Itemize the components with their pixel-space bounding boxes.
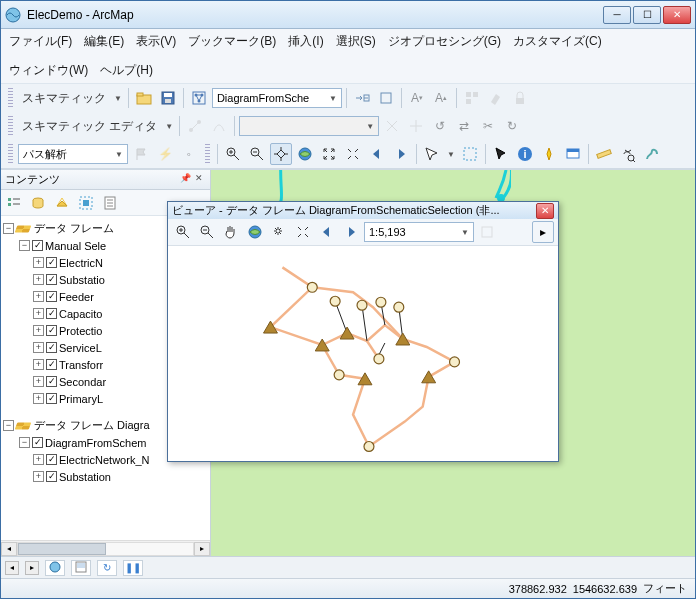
toc-scrollbar[interactable]: ◂ ▸ <box>1 540 210 556</box>
schematic-label[interactable]: スキマティック <box>18 90 110 107</box>
full-extent-button[interactable] <box>294 143 316 165</box>
checkbox[interactable] <box>46 342 57 353</box>
viewer-full-extent-button[interactable] <box>244 221 266 243</box>
viewer-zoom-out-fixed-button[interactable] <box>292 221 314 243</box>
find-button[interactable] <box>617 143 639 165</box>
expand-icon[interactable] <box>33 454 44 465</box>
scroll-thumb[interactable] <box>18 543 106 555</box>
checkbox[interactable] <box>32 437 43 448</box>
collapse-icon[interactable] <box>3 223 14 234</box>
menu-insert[interactable]: 挿入(I) <box>288 33 323 50</box>
viewer-window[interactable]: ビューア - データ フレーム DiagramFromSchematicSele… <box>167 201 559 462</box>
viewer-scale-combo[interactable]: 1:5,193▼ <box>364 222 474 242</box>
menu-help[interactable]: ヘルプ(H) <box>100 62 153 79</box>
expand-icon[interactable] <box>33 471 44 482</box>
checkbox[interactable] <box>46 274 57 285</box>
menu-window[interactable]: ウィンドウ(W) <box>9 62 88 79</box>
open-schematic-button[interactable] <box>133 87 155 109</box>
checkbox[interactable] <box>46 308 57 319</box>
select-elements-button[interactable] <box>490 143 512 165</box>
html-popup-button[interactable] <box>562 143 584 165</box>
checkbox[interactable] <box>46 393 57 404</box>
scroll-right-button[interactable]: ▸ <box>194 542 210 556</box>
refresh-button[interactable]: ↻ <box>97 560 117 576</box>
expand-icon[interactable] <box>33 308 44 319</box>
viewer-menu-button[interactable]: ▸ <box>532 221 554 243</box>
find-route-button[interactable] <box>641 143 663 165</box>
expand-icon[interactable] <box>33 393 44 404</box>
close-button[interactable]: ✕ <box>663 6 691 24</box>
viewer-next-extent-button[interactable] <box>340 221 362 243</box>
chevron-down-icon[interactable]: ▼ <box>112 94 124 103</box>
collapse-icon[interactable] <box>19 240 30 251</box>
checkbox[interactable] <box>46 325 57 336</box>
data-view-tab[interactable] <box>45 560 65 576</box>
maximize-button[interactable]: ☐ <box>633 6 661 24</box>
chevron-down-icon[interactable]: ▼ <box>163 122 175 131</box>
expand-icon[interactable] <box>33 342 44 353</box>
collapse-icon[interactable] <box>19 437 30 448</box>
checkbox[interactable] <box>32 240 43 251</box>
propagate-button[interactable] <box>351 87 373 109</box>
diagram-icon[interactable] <box>188 87 210 109</box>
viewer-zoom-in-button[interactable] <box>172 221 194 243</box>
checkbox[interactable] <box>46 454 57 465</box>
menu-selection[interactable]: 選択(S) <box>336 33 376 50</box>
list-by-drawing-order-button[interactable] <box>3 192 25 214</box>
grip-icon[interactable] <box>8 88 13 108</box>
grip-icon[interactable] <box>8 116 13 136</box>
layer-item[interactable]: Substation <box>3 468 208 485</box>
checkbox[interactable] <box>46 471 57 482</box>
layout-button[interactable] <box>461 87 483 109</box>
checkbox[interactable] <box>46 291 57 302</box>
hyperlink-button[interactable] <box>538 143 560 165</box>
viewer-close-button[interactable]: ✕ <box>536 203 554 219</box>
checkbox[interactable] <box>46 376 57 387</box>
collapse-icon[interactable] <box>3 420 14 431</box>
tab-next-button[interactable]: ▸ <box>25 561 39 575</box>
save-schematic-button[interactable] <box>157 87 179 109</box>
viewer-zoom-out-button[interactable] <box>196 221 218 243</box>
expand-icon[interactable] <box>33 359 44 370</box>
tab-prev-button[interactable]: ◂ <box>5 561 19 575</box>
identify-button[interactable]: i <box>514 143 536 165</box>
minimize-button[interactable]: ─ <box>603 6 631 24</box>
next-extent-button[interactable] <box>390 143 412 165</box>
list-by-source-button[interactable] <box>27 192 49 214</box>
grip-icon[interactable] <box>205 144 210 164</box>
viewer-titlebar[interactable]: ビューア - データ フレーム DiagramFromSchematicSele… <box>168 202 558 219</box>
box-button[interactable] <box>375 87 397 109</box>
scroll-left-button[interactable]: ◂ <box>1 542 17 556</box>
fixed-zoom-out-button[interactable] <box>342 143 364 165</box>
viewer-zoom-in-fixed-button[interactable] <box>268 221 290 243</box>
expand-icon[interactable] <box>33 274 44 285</box>
clear-selection-button[interactable] <box>459 143 481 165</box>
options-button[interactable] <box>99 192 121 214</box>
scroll-track[interactable] <box>17 542 194 556</box>
checkbox[interactable] <box>46 359 57 370</box>
viewer-canvas[interactable] <box>168 246 558 461</box>
expand-icon[interactable] <box>33 325 44 336</box>
diagram-combo[interactable]: DiagramFromSche▼ <box>212 88 342 108</box>
menu-bookmarks[interactable]: ブックマーク(B) <box>188 33 276 50</box>
checkbox[interactable] <box>46 257 57 268</box>
schematic-editor-label[interactable]: スキマティック エディタ <box>18 118 161 135</box>
menu-geoprocessing[interactable]: ジオプロセシング(G) <box>388 33 501 50</box>
expand-icon[interactable] <box>33 291 44 302</box>
fixed-zoom-in-button[interactable] <box>318 143 340 165</box>
pause-button[interactable]: ❚❚ <box>123 560 143 576</box>
viewer-pan-button[interactable] <box>220 221 242 243</box>
expand-icon[interactable] <box>33 376 44 387</box>
list-by-visibility-button[interactable] <box>51 192 73 214</box>
chevron-down-icon[interactable]: ▼ <box>445 150 457 159</box>
zoom-out-button[interactable] <box>246 143 268 165</box>
menu-file[interactable]: ファイル(F) <box>9 33 72 50</box>
list-by-selection-button[interactable] <box>75 192 97 214</box>
grip-icon[interactable] <box>8 144 13 164</box>
measure-button[interactable] <box>593 143 615 165</box>
layout-view-tab[interactable] <box>71 560 91 576</box>
menu-edit[interactable]: 編集(E) <box>84 33 124 50</box>
close-icon[interactable]: ✕ <box>192 173 206 187</box>
analysis-combo[interactable]: パス解析▼ <box>18 144 128 164</box>
zoom-in-button[interactable] <box>222 143 244 165</box>
